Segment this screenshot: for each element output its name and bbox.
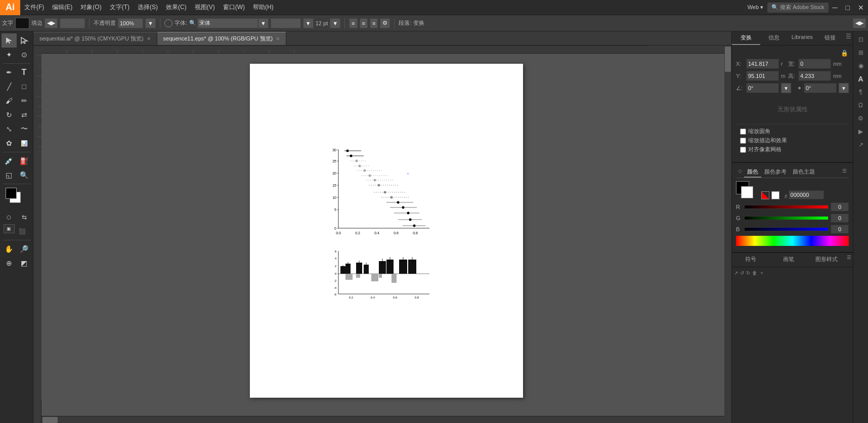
fill-none[interactable]: ⬡ (2, 210, 17, 224)
b-input[interactable]: 0 (831, 225, 849, 234)
scrollbar-thumb-h[interactable] (42, 417, 58, 423)
b-slider[interactable] (744, 227, 829, 231)
align-right-btn[interactable]: ≡ (370, 18, 378, 28)
lock-icon[interactable]: 🔒 (841, 50, 849, 58)
eyedropper-tool[interactable]: 💉 (2, 154, 17, 168)
hand-tool[interactable]: ✋ (2, 242, 17, 256)
tab-transform[interactable]: 变换 (732, 31, 760, 45)
tab-info[interactable]: 信息 (760, 31, 789, 45)
tab-graphic-styles[interactable]: 图形样式 (807, 253, 845, 267)
opacity-input[interactable]: 100% (118, 18, 143, 28)
menu-object[interactable]: 对象(O) (76, 0, 105, 15)
panel-icon-play[interactable]: ▶ (855, 125, 867, 138)
zoom-tool[interactable]: 🔍 (17, 168, 32, 182)
doc-canvas[interactable]: 30 25 20 15 10 5 (41, 54, 731, 416)
panel-icon-pathfinder[interactable]: ◉ (855, 60, 867, 72)
opacity-arrow[interactable]: ▼ (145, 18, 156, 28)
angle2-input[interactable] (804, 83, 837, 93)
angle1-input[interactable] (746, 83, 779, 93)
menu-window[interactable]: 窗口(W) (219, 0, 249, 15)
delete-icon[interactable]: 🗑 (752, 270, 757, 276)
tab-brush[interactable]: 画笔 (770, 253, 808, 267)
reflect-tool[interactable]: ⇄ (17, 108, 32, 122)
size-unit-dropdown[interactable]: ▼ (330, 18, 340, 28)
white-swatch[interactable] (771, 191, 779, 199)
round-corner-checkbox[interactable] (740, 129, 746, 135)
swap-colors[interactable]: ⇆ (17, 210, 32, 224)
font-dropdown[interactable]: ▼ (258, 18, 269, 28)
tab-symbols[interactable]: 符号 (732, 253, 770, 267)
stroke-scale-checkbox[interactable] (740, 138, 746, 144)
panel-icon-link-out[interactable]: ↗ (855, 139, 867, 151)
symbol-tool[interactable]: ✿ (2, 136, 17, 150)
collapse-panel-btn[interactable]: ◀▶ (853, 18, 866, 28)
fg-color-swatch[interactable] (6, 188, 17, 199)
symbol-sprayer[interactable]: ◩ (17, 256, 32, 270)
font-size-input[interactable] (271, 18, 301, 28)
stroke-btn[interactable]: ◀▶ (45, 18, 58, 28)
angle2-dropdown[interactable]: ▼ (839, 83, 849, 93)
paintbrush-tool[interactable]: 🖌 (2, 94, 17, 108)
vertical-scrollbar[interactable] (724, 54, 731, 416)
tab-sequential[interactable]: sequential.ai* @ 150% (CMYK/GPU 预览) ✕ (33, 32, 157, 45)
tab-sequence11-close[interactable]: ✕ (276, 36, 280, 41)
menu-effect[interactable]: 效果(C) (162, 0, 191, 15)
menu-file[interactable]: 文件(F) (20, 0, 48, 15)
close-btn[interactable]: ✕ (854, 0, 868, 15)
size-dropdown[interactable]: ▼ (303, 18, 314, 28)
panel-icon-paragraph[interactable]: ¶ (855, 86, 867, 98)
angle1-dropdown[interactable]: ▼ (781, 83, 791, 93)
tab-libraries[interactable]: Libraries (788, 31, 816, 45)
full-mode[interactable]: ⬛ (15, 224, 30, 238)
undo-icon[interactable]: ↺ (740, 270, 744, 276)
h-input[interactable] (798, 71, 831, 81)
warp-tool[interactable]: 〜 (17, 122, 32, 136)
tab-sequence11[interactable]: sequence11.eps* @ 100% (RGB/GPU 预览) ✕ (157, 32, 287, 45)
add-icon[interactable]: ＋ (759, 269, 764, 276)
y-input[interactable] (746, 71, 779, 81)
color-tab-colors[interactable]: 颜色 (744, 167, 761, 178)
panel-menu-icon[interactable]: ☰ (844, 31, 853, 45)
graph-tool[interactable]: 📊 (17, 136, 32, 150)
hex-input[interactable]: 000000 (789, 190, 824, 199)
selection-tool[interactable] (2, 33, 17, 48)
minimize-btn[interactable]: ─ (829, 0, 842, 15)
menu-edit[interactable]: 编辑(E) (48, 0, 76, 15)
color-tab-guide[interactable]: 颜色参考 (761, 167, 790, 178)
scrollbar-thumb-v[interactable] (725, 54, 731, 72)
g-input[interactable]: 0 (831, 214, 849, 223)
direct-selection-tool[interactable] (17, 33, 32, 48)
menu-help[interactable]: 帮助(H) (249, 0, 278, 15)
font-input[interactable]: 宋体 (197, 18, 258, 28)
tab-links[interactable]: 链接 (816, 31, 845, 45)
none-swatch[interactable] (761, 191, 769, 199)
panel-icon-settings[interactable]: ⚙ (855, 112, 867, 124)
type-tool[interactable]: T (17, 65, 32, 79)
artboard-tool-2[interactable]: ⊕ (2, 256, 17, 270)
normal-mode[interactable]: ▣ (4, 224, 15, 233)
colors-menu-icon[interactable]: ☰ (840, 167, 849, 178)
align-left-btn[interactable]: ≡ (349, 18, 357, 28)
color-spectrum[interactable] (736, 236, 849, 246)
rect-tool[interactable]: □ (17, 79, 32, 94)
g-slider[interactable] (744, 216, 829, 220)
menu-select[interactable]: 选择(S) (134, 0, 162, 15)
pen-tool[interactable]: ✒ (2, 65, 17, 79)
panel-icon-type[interactable]: A (855, 73, 867, 85)
search-tool[interactable]: 🔎 (17, 242, 32, 256)
maximize-btn[interactable]: □ (842, 0, 854, 15)
search-stock[interactable]: 🔍 搜索 Adobe Stock (767, 3, 829, 13)
paint-bucket-tool[interactable]: ⛽ (17, 154, 32, 168)
menu-type[interactable]: 文字(T) (106, 0, 134, 15)
align-center-btn[interactable]: ≡ (360, 18, 368, 28)
fill-swatch[interactable] (15, 18, 29, 29)
redo-icon[interactable]: ↻ (746, 270, 750, 276)
scale-tool[interactable]: ⤡ (2, 122, 17, 136)
pixel-align-checkbox[interactable] (740, 147, 746, 153)
panel-icon-glyph[interactable]: Ω (855, 99, 867, 111)
color-tab-theme[interactable]: 颜色主题 (790, 167, 818, 178)
r-input[interactable]: 0 (831, 202, 849, 211)
x-input[interactable] (746, 59, 779, 69)
rotate-tool[interactable]: ↻ (2, 108, 17, 122)
workspace-dropdown[interactable]: Web ▾ (744, 0, 767, 15)
